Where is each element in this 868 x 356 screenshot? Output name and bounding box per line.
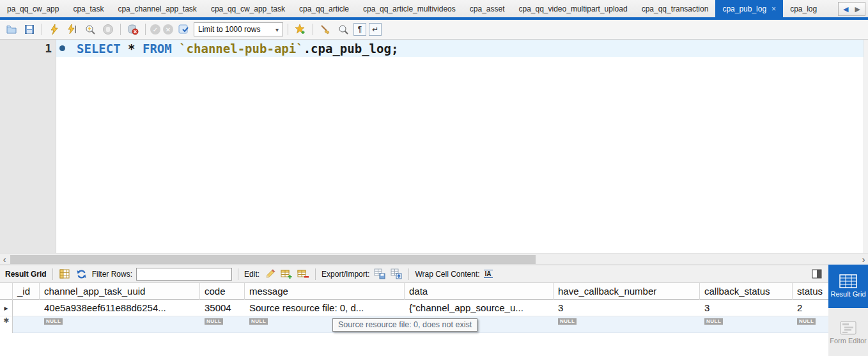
tab-scroll-nav: ◀ ▶ <box>838 2 865 16</box>
line-number: 1 <box>0 40 56 57</box>
tab-cpa-asset[interactable]: cpa_asset <box>463 0 512 17</box>
tab-cpa-qq-article-multivideos[interactable]: cpa_qq_article_multivideos <box>356 0 463 17</box>
cell-cbs-new[interactable]: NULL <box>700 316 793 333</box>
sql-editor[interactable]: 1 SELECT * FROM `channel-pub-api`.cpa_pu… <box>0 40 868 253</box>
rollback-icon[interactable]: ✕ <box>163 24 173 35</box>
sql-keyword-from: FROM <box>143 42 172 56</box>
grid-header-row: _id channel_app_task_uuid code message d… <box>0 283 828 300</box>
toolbar-separator <box>120 24 121 35</box>
cell-id-new[interactable] <box>13 316 40 333</box>
save-snippet-icon[interactable] <box>293 22 308 37</box>
tab-cpa-channel-app-task[interactable]: cpa_channel_app_task <box>111 0 203 17</box>
column-header-callback-status[interactable]: callback_status <box>700 283 793 300</box>
toggle-wrap-icon[interactable]: ↵ <box>369 23 382 36</box>
column-header-message[interactable]: message <box>245 283 405 300</box>
find-icon[interactable] <box>336 22 351 37</box>
current-row-marker-icon: ▸ <box>0 300 13 316</box>
scroll-left-icon[interactable]: ‹ <box>0 254 9 265</box>
active-panel-notch <box>823 282 828 294</box>
show-invisibles-icon[interactable]: ¶ <box>353 23 366 36</box>
null-badge: NULL <box>704 318 723 325</box>
cell-tooltip: Source resource file: 0, does not exist <box>332 318 477 332</box>
cell-hcn-new[interactable]: NULL <box>554 316 700 333</box>
column-header-data[interactable]: data <box>405 283 554 300</box>
tab-cpa-task[interactable]: cpa_task <box>66 0 111 17</box>
cell-channel-app-task-uuid[interactable]: 40e5a938eef611e88d6254... <box>40 302 200 313</box>
delete-row-icon[interactable] <box>297 268 309 281</box>
stop-query-icon[interactable] <box>100 22 116 37</box>
editor-horizontal-scrollbar[interactable]: ‹ › <box>0 253 868 265</box>
tab-cpa-pub-log-active[interactable]: cpa_pub_log × <box>715 0 783 17</box>
stop-on-error-icon[interactable] <box>125 22 141 37</box>
sql-star: * <box>121 42 143 56</box>
result-grid-panel-label: Result Grid <box>830 290 865 298</box>
tab-cpa-qq-video-multipart-upload[interactable]: cpa_qq_video_multipart_upload <box>511 0 634 17</box>
result-side-panel: Result Grid Form Editor <box>828 265 868 356</box>
cell-code-new[interactable]: NULL <box>200 316 245 333</box>
tab-cpa-qq-cw-app-task[interactable]: cpa_qq_cw_app_task <box>204 0 292 17</box>
tab-nav-forward-icon[interactable]: ▶ <box>855 5 860 13</box>
toolbar-separator <box>145 24 146 35</box>
tab-close-icon[interactable]: × <box>771 4 776 13</box>
table-row[interactable]: ▸ 40e5a938eef611e88d6254... 35004 Source… <box>0 300 828 316</box>
beautify-sql-icon[interactable] <box>318 22 333 37</box>
cell-data[interactable]: {"channel_app_source_u... <box>405 302 554 313</box>
grid-view-icon[interactable] <box>59 268 72 281</box>
refresh-icon[interactable] <box>75 268 88 281</box>
form-editor-icon <box>840 321 856 335</box>
execute-current-statement-icon[interactable] <box>65 22 80 37</box>
toolbar-separator <box>315 268 316 280</box>
result-grid-icon <box>839 274 857 288</box>
export-recordset-icon[interactable] <box>373 268 386 281</box>
commit-icon[interactable]: ✓ <box>150 24 160 35</box>
cell-have-callback-number[interactable]: 3 <box>554 302 700 313</box>
edit-label: Edit: <box>244 270 260 279</box>
execute-sql-icon[interactable] <box>47 22 62 37</box>
form-editor-panel-button[interactable]: Form Editor <box>828 313 868 353</box>
column-header-code[interactable]: code <box>200 283 245 300</box>
scrollbar-thumb[interactable] <box>10 255 536 264</box>
wrap-cell-content-icon[interactable]: IA <box>484 270 493 278</box>
save-script-icon[interactable] <box>22 22 37 37</box>
column-header-channel-app-task-uuid[interactable]: channel_app_task_uuid <box>40 283 200 300</box>
tab-cpa-qq-transaction[interactable]: cpa_qq_transaction <box>635 0 716 17</box>
result-grid-panel-button[interactable]: Result Grid <box>828 265 868 308</box>
insert-row-icon[interactable] <box>280 268 293 281</box>
new-row-marker-icon: ✱ <box>0 316 13 333</box>
tab-cpa-qq-cw-app[interactable]: pa_qq_cw_app <box>0 0 66 17</box>
dropdown-arrow-icon: ▾ <box>275 26 279 33</box>
column-header-have-callback-number[interactable]: have_callback_number <box>554 283 700 300</box>
filter-rows-label: Filter Rows: <box>92 270 132 279</box>
cell-status-new[interactable]: NULL <box>793 316 828 333</box>
scroll-right-icon[interactable]: › <box>859 254 868 265</box>
edit-cell-pencil-icon[interactable] <box>263 268 276 281</box>
tab-nav-back-icon[interactable]: ◀ <box>843 5 848 13</box>
toolbar-separator <box>52 268 53 280</box>
toolbar-separator <box>238 268 238 280</box>
explain-plan-icon[interactable] <box>82 22 98 37</box>
null-badge: NULL <box>797 318 816 325</box>
toggle-autocommit-icon[interactable] <box>176 22 191 37</box>
cell-message[interactable]: Source resource file: 0, d... <box>245 302 405 313</box>
filter-rows-input[interactable] <box>136 268 232 281</box>
cell-code[interactable]: 35004 <box>200 302 245 313</box>
column-header-id[interactable]: _id <box>13 283 40 300</box>
cell-uuid-new[interactable]: NULL <box>40 316 200 333</box>
editor-gutter: 1 <box>0 40 56 253</box>
tab-cpa-qq-article[interactable]: cpa_qq_article <box>292 0 356 17</box>
editor-vertical-scrollbar[interactable] <box>864 40 868 253</box>
open-script-icon[interactable] <box>4 22 19 37</box>
sql-editor-toolbar: ✓ ✕ Limit to 1000 rows ▾ ¶ ↵ <box>0 20 868 40</box>
result-grid-title: Result Grid <box>5 270 47 279</box>
editor-code-area[interactable]: SELECT * FROM `channel-pub-api`.cpa_pub_… <box>56 40 868 253</box>
sql-statement-line[interactable]: SELECT * FROM `channel-pub-api`.cpa_pub_… <box>56 40 868 57</box>
result-grid-toolbar: Result Grid Filter Rows: Edit: Export/Im… <box>0 265 828 283</box>
import-recordset-icon[interactable] <box>390 268 403 281</box>
panel-toggle-icon[interactable] <box>810 268 823 281</box>
toolbar-separator <box>288 24 288 35</box>
limit-rows-dropdown[interactable]: Limit to 1000 rows ▾ <box>194 22 283 36</box>
tab-cpa-log[interactable]: cpa_log <box>783 0 824 17</box>
cell-status[interactable]: 2 <box>793 302 828 313</box>
cell-callback-status[interactable]: 3 <box>700 302 793 313</box>
export-import-label: Export/Import: <box>322 270 369 279</box>
